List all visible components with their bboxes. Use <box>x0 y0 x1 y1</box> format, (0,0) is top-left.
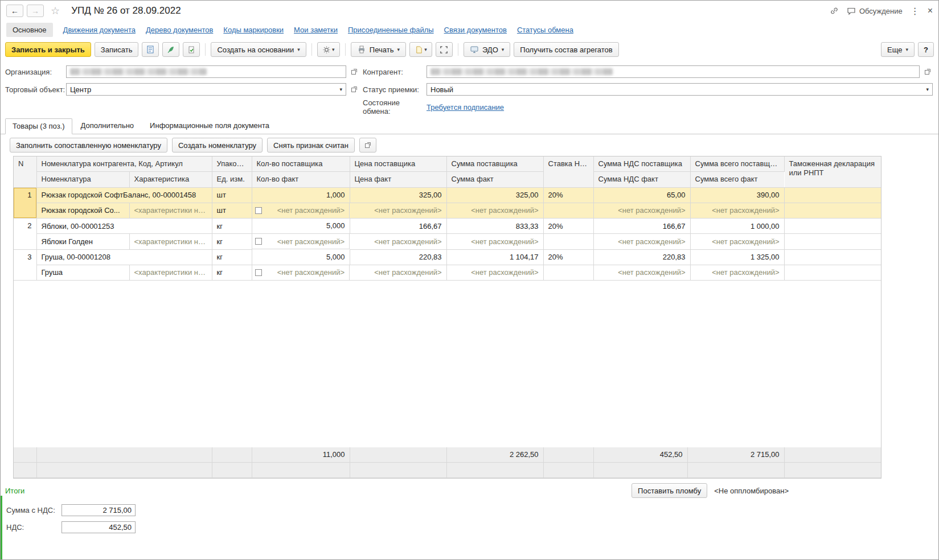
col-header-unit[interactable]: Ед. изм. <box>212 172 252 187</box>
save-close-button[interactable]: Записать и закрыть <box>5 42 91 57</box>
nav-item-document-movements[interactable]: Движения документа <box>63 26 136 34</box>
vat-fact-cell[interactable]: <нет расхождений> <box>593 234 690 250</box>
packaging-cell[interactable]: шт <box>212 187 252 203</box>
sum-with-vat-field[interactable]: 2 715,00 <box>61 504 136 516</box>
customs-cell[interactable] <box>784 187 881 203</box>
vat-rate-cell[interactable]: 20% <box>543 187 593 203</box>
save-button[interactable]: Записать <box>95 42 139 57</box>
characteristic-cell[interactable]: <характеристики не и... <box>129 203 212 219</box>
col-header-characteristic[interactable]: Характеристика <box>129 172 212 187</box>
price-fact-cell[interactable]: <нет расхождений> <box>350 203 446 219</box>
create-nomenclature-button[interactable]: Создать номенклатуру <box>172 138 263 153</box>
col-header-qty-fact[interactable]: Кол-во факт <box>252 172 350 187</box>
row-number-cell[interactable]: 3 <box>14 249 36 281</box>
organization-field[interactable] <box>66 65 346 78</box>
nav-item-marking-codes[interactable]: Коды маркировки <box>223 26 284 34</box>
open-icon[interactable] <box>349 84 359 94</box>
price-supplier-cell[interactable]: 325,00 <box>350 187 446 203</box>
customs-cell[interactable] <box>784 234 881 250</box>
characteristic-cell[interactable]: <характеристики не и... <box>129 265 212 281</box>
price-fact-cell[interactable]: <нет расхождений> <box>350 234 446 250</box>
total-supplier-cell[interactable]: 390,00 <box>690 187 784 203</box>
settings-button[interactable]: ▾ <box>317 42 340 57</box>
total-supplier-cell[interactable]: 1 325,00 <box>690 249 784 265</box>
nav-item-attached-files[interactable]: Присоединенные файлы <box>348 26 434 34</box>
supplier-name-cell[interactable]: Рюкзак городской СофтБаланс, 00-00001458 <box>36 187 212 203</box>
back-button[interactable]: ← <box>6 5 23 17</box>
nav-item-exchange-statuses[interactable]: Статусы обмена <box>517 26 573 34</box>
get-aggregates-button[interactable]: Получить состав агрегатов <box>514 42 618 57</box>
customs-cell[interactable] <box>784 249 881 265</box>
col-header-price-supplier[interactable]: Цена поставщика <box>350 157 446 172</box>
sum-fact-cell[interactable]: <нет расхождений> <box>446 234 543 250</box>
packaging-cell[interactable]: кг <box>212 219 252 234</box>
total-supplier-cell[interactable]: 1 000,00 <box>690 219 784 234</box>
forward-button[interactable]: → <box>27 5 44 17</box>
col-header-packaging[interactable]: Упаковка <box>212 157 252 172</box>
vat-field[interactable]: 452,50 <box>61 521 136 533</box>
sign-button[interactable] <box>162 42 179 57</box>
vat-rate-fact-cell[interactable] <box>543 203 593 219</box>
close-icon[interactable]: × <box>928 6 933 16</box>
fill-mapped-nomenclature-button[interactable]: Заполнить сопоставленную номенклатуру <box>10 138 167 153</box>
col-header-sum-fact[interactable]: Сумма факт <box>446 172 543 187</box>
qty-supplier-cell[interactable]: 1,000 <box>252 187 350 203</box>
tab-additional[interactable]: Дополнительно <box>73 118 142 134</box>
scanned-checkbox[interactable] <box>255 238 262 245</box>
total-fact-cell[interactable]: <нет расхождений> <box>690 203 784 219</box>
col-header-nomenclature[interactable]: Номенклатура <box>36 172 129 187</box>
sum-supplier-cell[interactable]: 1 104,17 <box>446 249 543 265</box>
qty-fact-cell[interactable]: <нет расхождений> <box>252 203 350 219</box>
vat-supplier-cell[interactable]: 166,67 <box>593 219 690 234</box>
open-icon[interactable] <box>349 67 359 77</box>
col-header-vat-fact[interactable]: Сумма НДС факт <box>593 172 690 187</box>
col-header-vat-supplier[interactable]: Сумма НДС поставщика <box>593 157 690 172</box>
sum-supplier-cell[interactable]: 325,00 <box>446 187 543 203</box>
exchange-state-link[interactable]: Требуется подписание <box>427 103 504 112</box>
fact-name-cell[interactable]: Рюкзак городской Со... <box>36 203 129 219</box>
nav-item-document-relations[interactable]: Связи документов <box>444 26 507 34</box>
vat-fact-cell[interactable]: <нет расхождений> <box>593 203 690 219</box>
set-seal-button[interactable]: Поставить пломбу <box>632 483 707 498</box>
total-fact-cell[interactable]: <нет расхождений> <box>690 234 784 250</box>
table-row-supplier[interactable]: 2 Яблоки, 00-00001253 кг 5,000 166,67 83… <box>14 219 881 234</box>
col-header-sum-supplier[interactable]: Сумма поставщика <box>446 157 543 172</box>
qty-supplier-cell[interactable]: 5,000 <box>252 219 350 234</box>
sum-fact-cell[interactable]: <нет расхождений> <box>446 265 543 281</box>
trade-object-field[interactable]: Центр ▾ <box>66 83 346 96</box>
help-button[interactable]: ? <box>918 42 934 57</box>
vat-rate-fact-cell[interactable] <box>543 234 593 250</box>
scanned-checkbox[interactable] <box>255 269 262 276</box>
totals-group-title[interactable]: Итоги <box>5 487 24 495</box>
supplier-name-cell[interactable]: Груша, 00-00001208 <box>36 249 212 265</box>
fact-name-cell[interactable]: Груша <box>36 265 129 281</box>
characteristic-cell[interactable]: <характеристики не и... <box>129 234 212 250</box>
acceptance-status-field[interactable]: Новый ▾ <box>427 83 933 96</box>
fact-name-cell[interactable]: Яблоки Голден <box>36 234 129 250</box>
table-row-fact[interactable]: Груша <характеристики не и... кг <нет ра… <box>14 265 881 281</box>
col-header-total-fact[interactable]: Сумма всего факт <box>690 172 784 187</box>
qty-fact-cell[interactable]: <нет расхождений> <box>252 234 350 249</box>
unit-cell[interactable]: шт <box>212 203 252 219</box>
create-based-on-button[interactable]: Создать на основании▾ <box>211 42 306 57</box>
row-number-cell[interactable]: 1 <box>14 187 36 219</box>
chevron-down-icon[interactable]: ▾ <box>922 87 929 92</box>
favorite-icon[interactable]: ☆ <box>51 5 60 17</box>
report-button[interactable] <box>142 42 159 57</box>
customs-cell[interactable] <box>784 265 881 281</box>
fullscreen-button[interactable] <box>436 42 453 57</box>
table-row-supplier[interactable]: 3 Груша, 00-00001208 кг 5,000 220,83 1 1… <box>14 249 881 265</box>
sum-fact-cell[interactable]: <нет расхождений> <box>446 203 543 219</box>
vat-rate-cell[interactable]: 20% <box>543 219 593 234</box>
print-button[interactable]: Печать▾ <box>351 42 406 57</box>
vat-supplier-cell[interactable]: 220,83 <box>593 249 690 265</box>
open-icon[interactable] <box>922 67 933 77</box>
customs-cell[interactable] <box>784 219 881 234</box>
row-number-cell[interactable]: 2 <box>14 219 36 250</box>
total-fact-cell[interactable]: <нет расхождений> <box>690 265 784 281</box>
unit-cell[interactable]: кг <box>212 265 252 281</box>
menu-icon[interactable]: ⋮ <box>911 6 920 17</box>
edo-button[interactable]: ЭДО▾ <box>464 42 510 57</box>
nav-item-document-tree[interactable]: Дерево документов <box>146 26 213 34</box>
qty-supplier-cell[interactable]: 5,000 <box>252 249 350 265</box>
